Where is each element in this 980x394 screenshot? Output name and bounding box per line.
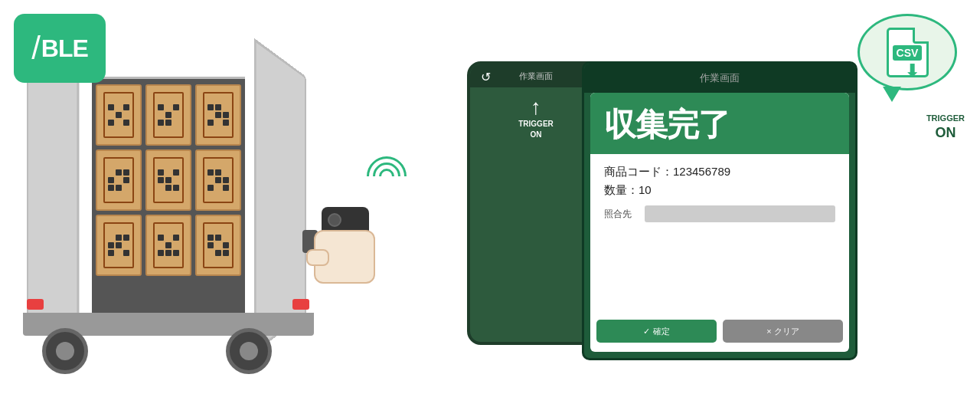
bubble-bg: CSV ⬇ xyxy=(858,14,957,90)
csv-down-arrow-icon: ⬇ xyxy=(905,61,919,81)
logo-badge: / BLE xyxy=(14,14,106,83)
csv-label: CSV xyxy=(893,45,923,61)
match-row: 照合先 xyxy=(604,205,835,222)
csv-file-icon: CSV ⬇ xyxy=(887,28,929,77)
trigger-arrow-icon: ↑ xyxy=(531,97,541,118)
truck-wheel-left xyxy=(42,328,88,374)
product-code-value: 123456789 xyxy=(673,165,730,178)
success-text: 収集完了 xyxy=(604,103,835,146)
trigger-label-1: TRIGGER xyxy=(518,120,554,129)
quantity-label: 数量： xyxy=(604,183,639,196)
trigger-right-label-2: ON xyxy=(935,125,956,141)
box-2 xyxy=(145,84,191,146)
csv-bubble: CSV ⬇ xyxy=(858,14,965,106)
box-5 xyxy=(145,149,191,211)
trigger-on-right: TRIGGER ON xyxy=(926,113,965,141)
trigger-label-2: ON xyxy=(531,130,542,140)
csv-icon: CSV ⬇ xyxy=(887,28,929,77)
success-banner: 収集完了 xyxy=(590,93,849,154)
logo-text: / BLE xyxy=(31,32,88,64)
phone-trigger-on[interactable]: ↑ TRIGGER ON xyxy=(518,97,554,140)
back-button[interactable]: ↺ xyxy=(478,69,493,84)
scanner-hand-area xyxy=(299,130,452,345)
truck-reflector-left xyxy=(27,299,44,310)
phone-title: 作業画面 xyxy=(519,71,553,82)
box-3 xyxy=(195,84,241,146)
thumb xyxy=(306,249,329,266)
logo-slash-icon: / xyxy=(31,32,40,64)
app-title: 作業画面 xyxy=(700,71,740,85)
trigger-right-label-1: TRIGGER xyxy=(926,113,965,123)
hand xyxy=(306,207,390,307)
wifi-arc-3 xyxy=(358,148,415,205)
match-input[interactable] xyxy=(645,205,835,222)
clear-button[interactable]: × クリア xyxy=(723,320,843,343)
confirm-button[interactable]: ✓ 確定 xyxy=(596,320,717,343)
product-code-label: 商品コード： xyxy=(604,165,673,178)
truck-wheel-right xyxy=(226,328,272,374)
product-code-row: 商品コード：123456789 xyxy=(604,165,835,179)
app-details: 商品コード：123456789 数量：10 照合先 xyxy=(590,154,849,222)
box-6 xyxy=(195,149,241,211)
scanner-lens xyxy=(328,213,341,227)
quantity-value: 10 xyxy=(639,183,652,196)
app-topbar: 作業画面 xyxy=(584,64,855,93)
box-9 xyxy=(195,215,241,276)
app-footer: ✓ 確定 × クリア xyxy=(596,320,843,343)
match-label: 照合先 xyxy=(604,208,639,221)
box-4 xyxy=(96,149,142,211)
box-8 xyxy=(145,215,191,276)
quantity-row: 数量：10 xyxy=(604,183,835,198)
boxes-container xyxy=(96,84,241,276)
box-1 xyxy=(96,84,142,146)
box-7 xyxy=(96,215,142,276)
bubble-tail xyxy=(883,87,901,102)
logo-ble: BLE xyxy=(41,36,88,61)
app-window: 作業画面 収集完了 商品コード：123456789 数量：10 照合先 ✓ 確定 xyxy=(582,61,858,360)
